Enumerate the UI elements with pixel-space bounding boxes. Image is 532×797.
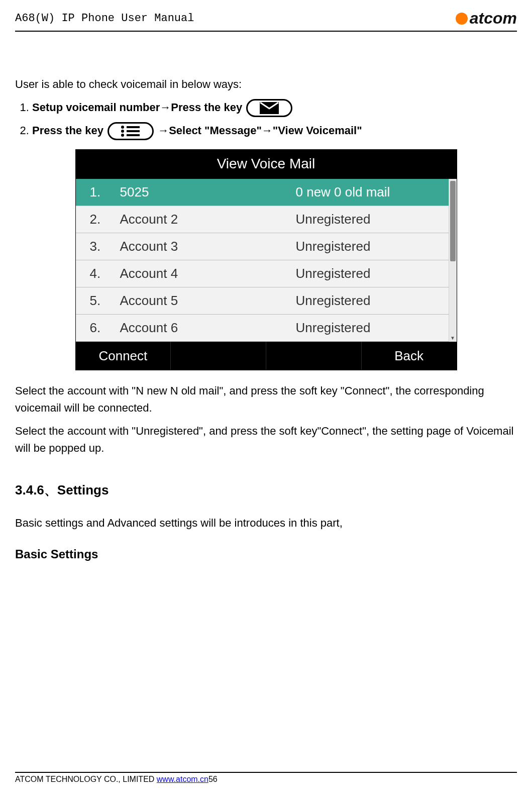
svg-point-5	[121, 134, 124, 137]
row-index: 4.	[90, 263, 120, 283]
phone-screenshot: View Voice Mail 1. 5025 0 new 0 old mail…	[75, 149, 457, 370]
step-1: Setup voicemail number→Press the key	[32, 99, 517, 117]
footer-company: ATCOM TECHNOLOGY CO., LIMITED	[15, 775, 157, 783]
row-name: Account 6	[120, 318, 296, 338]
explain-unregistered: Select the account with "Unregistered", …	[15, 423, 517, 457]
settings-heading: 3.4.6、Settings	[15, 480, 517, 500]
list-item[interactable]: 4. Account 4 Unregistered	[76, 260, 457, 287]
page-header: A68(W) IP Phone User Manual atcom	[15, 0, 517, 28]
screen-title: View Voice Mail	[76, 150, 457, 178]
row-name: Account 3	[120, 236, 296, 256]
step-2-text-a: Press the key	[32, 124, 103, 137]
steps-list: Setup voicemail number→Press the key Pre…	[15, 99, 517, 140]
svg-rect-2	[127, 126, 140, 128]
list-item[interactable]: 3. Account 3 Unregistered	[76, 233, 457, 260]
intro-text: User is able to check voicemail in below…	[15, 76, 517, 93]
list-item[interactable]: 6. Account 6 Unregistered	[76, 315, 457, 342]
settings-intro: Basic settings and Advanced settings wil…	[15, 515, 517, 532]
brand-logo: atcom	[456, 9, 517, 28]
svg-point-3	[121, 130, 124, 133]
scroll-down-icon[interactable]: ▼	[449, 335, 457, 342]
row-name: Account 2	[120, 209, 296, 229]
list-item[interactable]: 2. Account 2 Unregistered	[76, 206, 457, 233]
row-index: 6.	[90, 318, 120, 338]
row-status: 0 new 0 old mail	[296, 182, 447, 202]
step-1-text: Setup voicemail number→Press the key	[32, 101, 242, 114]
svg-rect-6	[127, 134, 140, 136]
row-index: 1.	[90, 182, 120, 202]
row-name: Account 4	[120, 263, 296, 283]
svg-point-1	[121, 126, 124, 129]
footer-rule	[15, 772, 517, 773]
mail-key-icon	[246, 99, 292, 117]
step-2: Press the key →Select "Message"→"View Vo…	[32, 122, 517, 140]
row-status: Unregistered	[296, 209, 447, 229]
row-status: Unregistered	[296, 290, 447, 311]
row-index: 3.	[90, 236, 120, 256]
list-scrollbar[interactable]: ▲ ▼	[449, 179, 457, 342]
row-status: Unregistered	[296, 263, 447, 283]
row-status: Unregistered	[296, 318, 447, 338]
list-item[interactable]: 1. 5025 0 new 0 old mail	[76, 179, 457, 206]
list-item[interactable]: 5. Account 5 Unregistered	[76, 287, 457, 315]
svg-rect-4	[127, 130, 140, 132]
softkey-bar: Connect Back	[76, 342, 457, 370]
doc-title: A68(W) IP Phone User Manual	[15, 12, 194, 25]
row-index: 5.	[90, 290, 120, 311]
brand-dot-icon	[456, 13, 468, 25]
row-index: 2.	[90, 209, 120, 229]
footer-link[interactable]: www.atcom.cn	[157, 775, 208, 783]
account-list: 1. 5025 0 new 0 old mail 2. Account 2 Un…	[76, 179, 457, 342]
page-number: 56	[208, 775, 218, 783]
row-name: 5025	[120, 182, 296, 202]
softkey-connect[interactable]: Connect	[76, 342, 171, 370]
softkey-3[interactable]	[266, 342, 362, 370]
page-content: User is able to check voicemail in below…	[15, 32, 517, 563]
step-2-text-b: →Select "Message"→"View Voicemail"	[158, 124, 362, 137]
brand-text: atcom	[470, 9, 517, 28]
row-name: Account 5	[120, 290, 296, 311]
menu-key-icon	[108, 122, 154, 140]
row-status: Unregistered	[296, 236, 447, 256]
softkey-2[interactable]	[171, 342, 266, 370]
page-footer: ATCOM TECHNOLOGY CO., LIMITED www.atcom.…	[15, 772, 517, 784]
explain-connected: Select the account with "N new N old mai…	[15, 382, 517, 417]
scroll-thumb[interactable]	[450, 181, 456, 261]
basic-settings-heading: Basic Settings	[15, 545, 517, 563]
softkey-back[interactable]: Back	[362, 342, 457, 370]
